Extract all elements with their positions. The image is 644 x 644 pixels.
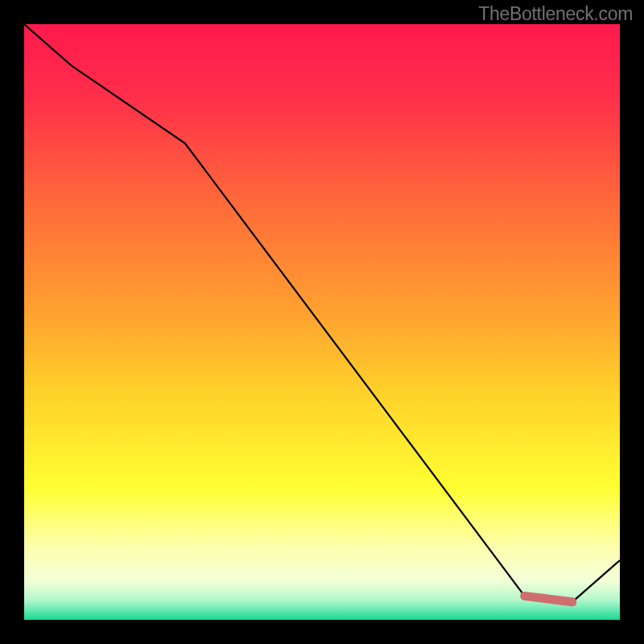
highlight-segment [525, 596, 572, 601]
chart-svg [24, 24, 620, 620]
gradient-background [24, 24, 620, 620]
chart-frame: TheBottleneck.com [0, 0, 644, 644]
watermark-text: TheBottleneck.com [478, 3, 633, 25]
chart-plot-area [24, 24, 620, 620]
